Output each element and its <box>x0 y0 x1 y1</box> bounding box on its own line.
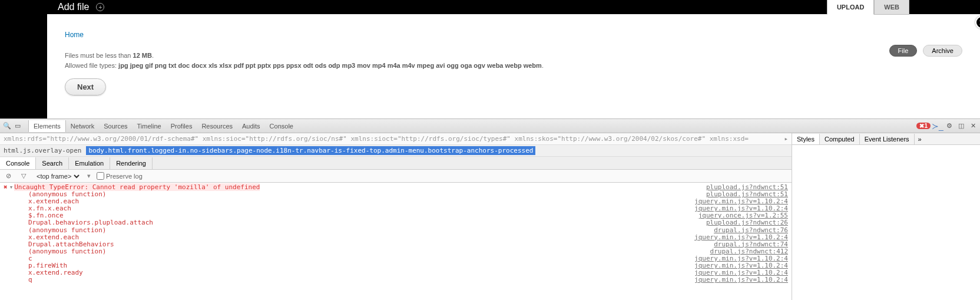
preserve-log-checkbox[interactable] <box>97 172 104 180</box>
devtools-sidebar: StylesComputedEvent Listeners» <box>792 133 980 300</box>
stack-frame: c <box>4 255 694 262</box>
close-devtools-icon[interactable]: ✕ <box>968 121 978 131</box>
console-controls: ⊘ ▽ <top frame> ▾ Preserve log <box>0 170 792 183</box>
inspect-icon[interactable]: 🔍 <box>2 121 12 131</box>
breadcrumb-trail[interactable]: html.js.overlay-open body.html.front.log… <box>0 145 792 157</box>
stack-frame: q <box>4 276 694 283</box>
console-log: ✖▾Uncaught TypeError: Cannot read proper… <box>0 183 792 300</box>
devtools-tab-sources[interactable]: Sources <box>99 120 132 132</box>
modal-body: Home File Archive Files must be less tha… <box>47 14 980 118</box>
stack-frame: Drupal.behaviors.plupload.attach <box>4 219 706 226</box>
frame-selector[interactable]: <top frame> <box>34 172 81 180</box>
devtools-toolbar: 🔍 ▭ ElementsNetworkSourcesTimelineProfil… <box>0 119 980 133</box>
stack-frame: x.extend.each <box>4 198 694 205</box>
pill-archive[interactable]: Archive <box>923 45 962 57</box>
expand-icon[interactable]: ▾ <box>9 183 14 191</box>
stack-frame: (anonymous function) <box>4 227 714 234</box>
breadcrumb-home[interactable]: Home <box>65 31 84 39</box>
stack-frame: p.fireWith <box>4 262 694 269</box>
stack-frame: x.extend.ready <box>4 269 694 276</box>
settings-icon[interactable]: ⚙ <box>945 121 954 131</box>
drawer-tab-emulation[interactable]: Emulation <box>69 157 110 169</box>
file-archive-pills: File Archive <box>889 45 962 57</box>
console-toggle-icon[interactable]: ≻_ <box>933 121 942 131</box>
tab-web[interactable]: WEB <box>874 0 909 15</box>
source-link[interactable]: plupload.js?ndwnct:26 <box>706 219 788 226</box>
modal-title: Add file <box>58 2 89 12</box>
selected-element-crumb: body.html.front.logged-in.no-sidebars.pa… <box>86 146 535 155</box>
side-tab-styles[interactable]: Styles <box>792 134 820 144</box>
drawer-tab-rendering[interactable]: Rendering <box>110 157 153 169</box>
devtools-tab-console[interactable]: Console <box>265 120 298 132</box>
side-tab-event-listeners[interactable]: Event Listeners <box>860 134 915 144</box>
plus-icon[interactable]: + <box>96 3 104 11</box>
error-icon: ✖ <box>4 183 8 191</box>
stack-frame: x.fn.x.each <box>4 205 694 212</box>
error-message: Uncaught TypeError: Cannot read property… <box>14 183 260 191</box>
source-link[interactable]: drupal.js?ndwnct:76 <box>714 227 788 234</box>
html-source-bar: xmlns:rdfs="http://www.w3.org/2000/01/rd… <box>0 133 792 145</box>
devtools-panel: 🔍 ▭ ElementsNetworkSourcesTimelineProfil… <box>0 118 980 300</box>
devtools-tab-profiles[interactable]: Profiles <box>166 120 197 132</box>
stack-frame: (anonymous function) <box>4 191 706 198</box>
devtools-tab-timeline[interactable]: Timeline <box>133 120 166 132</box>
drawer-tab-search[interactable]: Search <box>36 157 69 169</box>
clear-console-icon[interactable]: ⊘ <box>4 172 13 181</box>
breadcrumb: Home <box>65 31 962 39</box>
site-background: SPORT-COMBAT SAMBO FEDERASYONU UPLOAD WE… <box>0 0 980 118</box>
help-text: Files must be less than 12 MB. Allowed f… <box>65 51 962 70</box>
drawer-tabs: ConsoleSearchEmulationRendering <box>0 157 792 170</box>
pill-file[interactable]: File <box>889 45 918 57</box>
add-file-modal: Add file + ✕ Home File Archive Files mus… <box>47 0 980 118</box>
devtools-split: xmlns:rdfs="http://www.w3.org/2000/01/rd… <box>0 133 980 300</box>
devtools-tabs: ElementsNetworkSourcesTimelineProfilesRe… <box>28 120 298 132</box>
source-link[interactable]: jquery.min.js?v=1.10.2:4 <box>694 234 788 241</box>
modal-outer-tabs: UPLOAD WEB <box>827 0 909 15</box>
devtools-tab-network[interactable]: Network <box>66 120 99 132</box>
devtools-main: xmlns:rdfs="http://www.w3.org/2000/01/rd… <box>0 133 792 300</box>
preserve-log[interactable]: Preserve log <box>97 172 143 180</box>
stack-frame: (anonymous function) <box>4 248 710 255</box>
next-button[interactable]: Next <box>65 78 106 95</box>
side-tab-computed[interactable]: Computed <box>820 134 860 144</box>
stack-frame: Drupal.attachBehaviors <box>4 241 714 248</box>
scroll-arrow-icon[interactable]: ▸ <box>784 135 788 143</box>
source-link[interactable]: jquery.min.js?v=1.10.2:4 <box>694 276 788 283</box>
drawer-tab-console[interactable]: Console <box>0 157 36 169</box>
stack-frame: x.extend.each <box>4 234 694 241</box>
tab-upload[interactable]: UPLOAD <box>827 0 874 15</box>
devtools-tab-resources[interactable]: Resources <box>197 120 237 132</box>
side-tab-more-icon[interactable]: » <box>915 134 925 144</box>
frame-dropdown-icon[interactable]: ▾ <box>87 172 91 180</box>
dock-icon[interactable]: ◫ <box>956 121 966 131</box>
error-count-badge[interactable]: ✖1 <box>916 123 931 129</box>
filter-icon[interactable]: ▽ <box>19 172 28 181</box>
sidebar-tabs: StylesComputedEvent Listeners» <box>792 133 980 145</box>
devtools-tab-audits[interactable]: Audits <box>237 120 265 132</box>
device-icon[interactable]: ▭ <box>13 121 22 131</box>
devtools-tab-elements[interactable]: Elements <box>28 120 66 132</box>
